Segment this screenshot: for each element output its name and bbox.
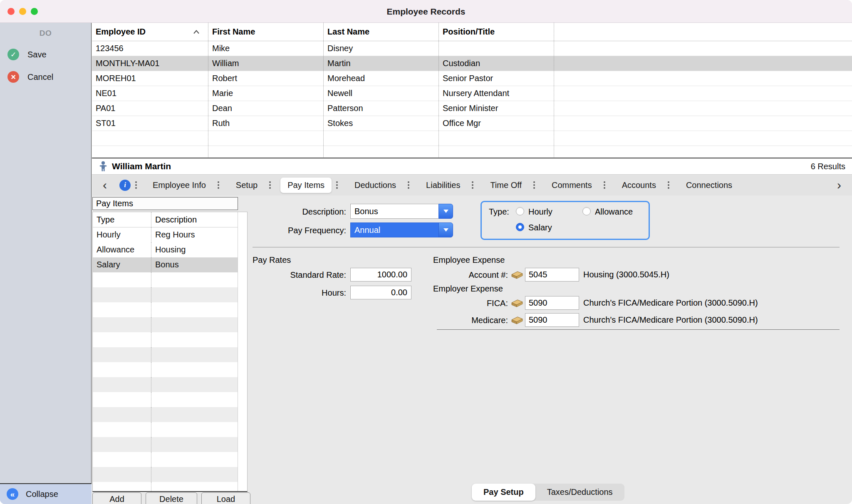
medicare-lookup-icon[interactable] [511, 316, 523, 326]
employee-cell[interactable]: MOREH01 [92, 71, 208, 86]
employee-cell[interactable] [554, 86, 852, 101]
tab-pay-setup[interactable]: Pay Setup [472, 484, 535, 501]
employee-cell[interactable]: Office Mgr [439, 116, 554, 131]
employee-cell[interactable]: 123456 [92, 41, 208, 56]
radio-hourly[interactable] [516, 207, 524, 215]
pay-items-scrollbar[interactable] [238, 212, 247, 492]
scroll-tabs-left-icon[interactable]: ‹ [99, 175, 110, 195]
delete-button[interactable]: Delete [146, 492, 197, 504]
tab-overflow-icon[interactable] [332, 184, 342, 186]
employee-cell[interactable]: ST01 [92, 116, 208, 131]
employee-cell[interactable]: Morehead [324, 71, 439, 86]
employee-cell[interactable]: Marie [208, 86, 324, 101]
employee-row[interactable]: MOREH01RobertMoreheadSenior Pastor [92, 71, 852, 86]
pay-frequency-combo-button[interactable] [438, 222, 453, 237]
tab-overflow-icon[interactable] [467, 184, 478, 186]
save-button[interactable]: ✓ Save [0, 49, 91, 60]
tab-pay-items[interactable]: Pay Items [280, 178, 342, 193]
pay-frequency-combobox[interactable]: Annual [350, 222, 439, 237]
tab-liabilities[interactable]: Liabilities [419, 178, 478, 193]
medicare-input[interactable]: 5090 [525, 313, 579, 327]
column-header-employee-id[interactable]: Employee ID [92, 23, 208, 41]
tab-taxes-deductions[interactable]: Taxes/Deductions [535, 484, 624, 501]
tab-overflow-icon[interactable] [213, 184, 224, 186]
tab-accounts[interactable]: Accounts [615, 178, 674, 193]
employee-cell[interactable]: Newell [324, 86, 439, 101]
employee-row[interactable]: ST01RuthStokesOffice Mgr [92, 116, 852, 131]
employee-cell[interactable]: NE01 [92, 86, 208, 101]
add-button[interactable]: Add [92, 492, 141, 504]
employee-cell[interactable]: Custodian [439, 56, 554, 71]
tab-connections[interactable]: Connections [679, 178, 739, 193]
employee-cell[interactable] [554, 56, 852, 71]
tab-overflow-icon[interactable] [663, 184, 674, 186]
tab-label[interactable]: Liabilities [419, 178, 467, 193]
tab-overflow-icon[interactable] [265, 184, 275, 186]
employee-cell[interactable]: Disney [324, 41, 439, 56]
employee-cell[interactable]: William [208, 56, 324, 71]
tab-label[interactable]: Setup [229, 178, 265, 193]
radio-salary[interactable] [516, 223, 524, 231]
scroll-tabs-right-icon[interactable]: › [834, 175, 845, 195]
pay-item-row[interactable]: AllowanceHousing [93, 242, 247, 257]
account-lookup-icon[interactable] [511, 270, 523, 280]
employee-cell[interactable]: Stokes [324, 116, 439, 131]
column-header-type[interactable]: Type [93, 212, 151, 227]
employee-cell[interactable]: MONTHLY-MA01 [92, 56, 208, 71]
load-button[interactable]: Load [201, 492, 250, 504]
pay-item-row[interactable]: SalaryBonus [93, 257, 247, 272]
tab-info[interactable]: i [119, 180, 141, 191]
column-header-position-title[interactable]: Position/Title [439, 23, 554, 41]
cancel-button[interactable]: × Cancel [0, 71, 91, 83]
tab-overflow-icon[interactable] [131, 184, 141, 186]
description-combo-button[interactable] [438, 204, 453, 219]
employee-cell[interactable]: Patterson [324, 101, 439, 116]
employee-row[interactable]: MONTHLY-MA01WilliamMartinCustodian [92, 56, 852, 71]
employee-cell[interactable] [554, 71, 852, 86]
tab-label[interactable]: Deductions [347, 178, 403, 193]
employee-cell[interactable]: Ruth [208, 116, 324, 131]
employee-cell[interactable]: Martin [324, 56, 439, 71]
tab-label[interactable]: Time Off [483, 178, 529, 193]
collapse-button[interactable]: « Collapse [0, 483, 92, 504]
radio-salary-label[interactable]: Salary [528, 221, 552, 234]
info-icon[interactable]: i [119, 180, 131, 191]
account-number-input[interactable]: 5045 [525, 268, 579, 282]
employee-cell[interactable] [554, 101, 852, 116]
employee-row[interactable]: PA01DeanPattersonSenior Minister [92, 101, 852, 116]
pay-item-type-cell[interactable]: Hourly [93, 227, 151, 242]
tab-employee-info[interactable]: Employee Info [146, 178, 224, 193]
tab-deductions[interactable]: Deductions [347, 178, 414, 193]
pay-item-type-cell[interactable]: Allowance [93, 242, 151, 257]
fica-lookup-icon[interactable] [511, 299, 523, 309]
employee-cell[interactable]: Mike [208, 41, 324, 56]
employee-row[interactable]: 123456MikeDisney [92, 41, 852, 56]
tab-label[interactable]: Connections [679, 178, 739, 193]
description-combobox[interactable]: Bonus [350, 204, 439, 219]
employee-cell[interactable] [439, 41, 554, 56]
tab-time-off[interactable]: Time Off [483, 178, 540, 193]
radio-allowance-label[interactable]: Allowance [595, 205, 633, 218]
tab-label[interactable]: Pay Items [280, 178, 332, 193]
radio-allowance[interactable] [582, 207, 591, 215]
tab-overflow-icon[interactable] [599, 184, 610, 186]
employee-cell[interactable]: Senior Pastor [439, 71, 554, 86]
employee-cell[interactable]: PA01 [92, 101, 208, 116]
column-header-first-name[interactable]: First Name [208, 23, 324, 41]
tab-overflow-icon[interactable] [529, 184, 540, 186]
employee-cell[interactable] [554, 116, 852, 131]
employee-cell[interactable]: Robert [208, 71, 324, 86]
tab-setup[interactable]: Setup [229, 178, 275, 193]
standard-rate-input[interactable]: 1000.00 [350, 268, 411, 282]
employee-row[interactable]: NE01MarieNewellNursery Attendant [92, 86, 852, 101]
tab-comments[interactable]: Comments [545, 178, 610, 193]
employee-cell[interactable] [554, 41, 852, 56]
tab-label[interactable]: Employee Info [146, 178, 213, 193]
pay-item-description-cell[interactable]: Housing [151, 242, 238, 257]
employee-cell[interactable]: Senior Minister [439, 101, 554, 116]
tab-label[interactable]: Accounts [615, 178, 663, 193]
fica-input[interactable]: 5090 [525, 296, 579, 310]
employee-cell[interactable]: Nursery Attendant [439, 86, 554, 101]
tab-label[interactable]: Comments [545, 178, 599, 193]
tab-overflow-icon[interactable] [403, 184, 414, 186]
